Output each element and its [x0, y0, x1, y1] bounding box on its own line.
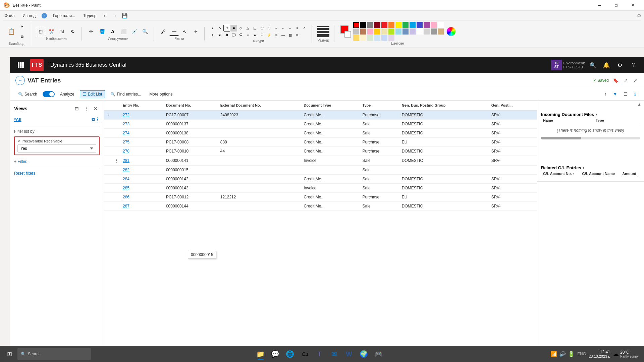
shape-star6[interactable]: ✱ [223, 32, 230, 39]
table-row[interactable]: 274 0000000138 Credit Me... Sale DOMESTI… [104, 129, 537, 138]
filter-remove-btn[interactable]: ✕ [17, 139, 20, 143]
shape-right-triangle[interactable]: ◺ [252, 25, 258, 32]
brush-btn[interactable]: 🖌 [159, 27, 168, 36]
size-4[interactable] [317, 34, 329, 37]
shape-ellipse-outline[interactable]: ○ [245, 32, 251, 39]
shape-arrows[interactable]: ↔ [287, 25, 293, 32]
views-copy-icon[interactable]: ⧉ [92, 117, 95, 122]
brush3-btn[interactable]: ∿ [180, 27, 190, 36]
col-header-entry-no[interactable]: Entry No. ↑ [121, 101, 164, 110]
paste-btn[interactable]: 📋 [7, 27, 16, 36]
shape-pentagon[interactable]: ⬠ [259, 25, 265, 32]
resize-btn[interactable]: ⇲ [57, 27, 67, 36]
views-edit-icon[interactable]: ⊟ [73, 105, 81, 113]
filter-value-select[interactable]: Yes No [17, 144, 96, 153]
color-swatch-31[interactable] [388, 35, 394, 41]
taskbar-app-teams[interactable]: T [313, 347, 326, 361]
analyze-btn[interactable]: Analyze [57, 90, 77, 98]
taskbar-clock[interactable]: 12:41 23.10.2023 г. [589, 350, 610, 358]
edit-list-btn[interactable]: ☰ Edit List [80, 90, 105, 98]
close-button[interactable]: ✕ [625, 0, 641, 11]
bc-help-btn[interactable]: ? [628, 60, 639, 70]
weather-widget[interactable]: ☁ 20°C Partly sunny [613, 350, 639, 358]
bc-logo[interactable]: FTS [30, 59, 44, 71]
color-wheel[interactable] [446, 27, 456, 36]
text-btn[interactable]: A [108, 27, 117, 36]
table-row[interactable]: 286 PC17-00012 1212212 Credit Me... Purc… [104, 193, 537, 202]
paint-save[interactable]: 💾 [122, 13, 127, 18]
info-btn[interactable]: ℹ [632, 90, 639, 98]
color-swatch-17[interactable] [381, 28, 387, 35]
bc-search-btn[interactable]: 🔍 [588, 60, 598, 70]
color-swatch-26[interactable] [353, 35, 359, 41]
table-row[interactable]: 282 0000000015 Sale [104, 166, 537, 175]
brush2-btn[interactable]: — [169, 27, 179, 36]
col-header-doc-no[interactable]: Document No. [164, 101, 218, 110]
shape-arrow-left[interactable]: ← [280, 25, 286, 32]
views-all-link[interactable]: *All ⧉ ⋮ [14, 117, 100, 122]
shape-outline-btn[interactable]: — [280, 32, 286, 39]
taskbar-app-chat[interactable]: 💬 [269, 347, 282, 361]
color-swatch-24[interactable] [431, 28, 437, 35]
analyze-toggle[interactable] [43, 91, 55, 97]
paint-icon-home[interactable]: h [42, 13, 47, 18]
color-swatch-16[interactable] [374, 28, 380, 35]
row-dots[interactable] [112, 193, 121, 202]
incoming-scroll[interactable] [541, 137, 640, 157]
row-dots[interactable] [112, 184, 121, 193]
table-row[interactable]: 285 0000000143 Invoice Sale DOMESTIC SRV… [104, 184, 537, 193]
eraser-btn[interactable]: ⬜ [119, 27, 128, 36]
bookmark-icon[interactable]: 🔖 [611, 76, 620, 84]
color-swatch-19[interactable] [395, 28, 401, 35]
table-row[interactable]: ⋮ 281 0000000141 Invoice Sale DOMESTIC S… [104, 156, 537, 166]
list-view-btn[interactable]: ☰ [621, 90, 630, 98]
color-swatch-12[interactable] [438, 22, 444, 28]
size-1[interactable] [317, 26, 329, 27]
color-swatch-30[interactable] [381, 35, 387, 41]
color-swatch-4[interactable] [381, 22, 387, 28]
related-gl-title[interactable]: Related G/L Entries ▾ [541, 165, 640, 170]
color-swatch-32[interactable] [395, 35, 401, 41]
select-btn[interactable]: ⬚ [36, 27, 45, 36]
incoming-scrollbar-thumb[interactable] [541, 137, 581, 139]
reset-filters-link[interactable]: Reset filters [14, 171, 100, 176]
color-swatch-10[interactable] [424, 22, 430, 28]
zoom-btn[interactable]: 🔍 [140, 27, 150, 36]
incoming-docs-title[interactable]: Incoming Document Files ▾ [541, 112, 640, 117]
taskbar-app-files[interactable]: 📁 [254, 347, 267, 361]
color-swatch-29[interactable] [374, 35, 380, 41]
table-row[interactable]: 273 0000000137 Credit Me... Sale DOMESTI… [104, 120, 537, 129]
row-dots[interactable] [112, 147, 121, 156]
shape-arrow-right[interactable]: → [273, 25, 279, 32]
shape-lightning[interactable]: ⚡ [266, 32, 272, 39]
size-3[interactable] [317, 31, 329, 33]
color-swatch-5[interactable] [388, 22, 394, 28]
color-swatch-21[interactable] [410, 28, 416, 35]
tray-wifi-icon[interactable]: 📶 [550, 351, 557, 357]
pencil-btn[interactable]: ✏ [87, 27, 96, 36]
bc-back-btn[interactable]: ← [15, 76, 25, 85]
taskbar-app-edge[interactable]: 🌐 [283, 347, 297, 361]
shape-rect-outline[interactable]: □ [223, 25, 230, 32]
external-link-icon[interactable]: ↗ [623, 76, 629, 84]
taskbar-app-word[interactable]: W [342, 347, 356, 361]
maximize-button[interactable]: □ [608, 0, 624, 11]
cut-btn[interactable]: ✂ [17, 22, 27, 31]
taskbar-app-outlook[interactable]: ✉ [328, 347, 341, 361]
bc-notifications-btn[interactable]: 🔔 [601, 60, 612, 70]
share-btn[interactable]: ↑ [602, 90, 609, 98]
col-header-posting-group[interactable]: Gen. Bus. Posting Group [400, 101, 489, 110]
background-color[interactable] [344, 31, 351, 38]
shape-triangle[interactable]: △ [245, 25, 251, 32]
more-options-btn[interactable]: More options [147, 90, 175, 98]
table-row[interactable]: 278 PC17-00010 44 Credit Me... Purchase … [104, 147, 537, 156]
row-dots[interactable] [112, 138, 121, 147]
color-swatch-0[interactable] [353, 22, 359, 28]
row-dots[interactable] [112, 110, 121, 120]
taskbar-search[interactable]: 🔍 Search [17, 348, 91, 360]
col-header-doc-type[interactable]: Document Type [302, 101, 360, 110]
shape-hexagon[interactable]: ⬡ [266, 25, 272, 32]
color-swatch-27[interactable] [360, 35, 366, 41]
shape-misc[interactable]: ✤ [273, 32, 279, 39]
expand-icon[interactable]: ⤢ [632, 76, 639, 84]
